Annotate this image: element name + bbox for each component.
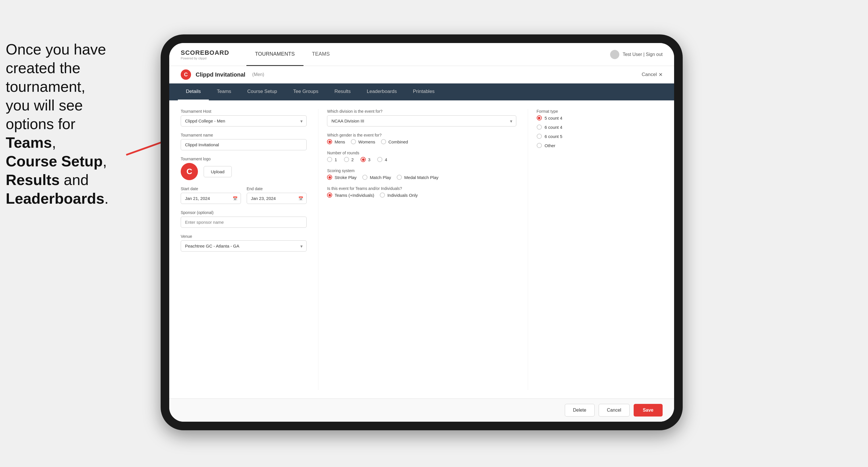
gender-mens-label: Mens — [335, 139, 345, 144]
end-date-wrapper — [247, 193, 307, 204]
gender-combined-label: Combined — [389, 139, 408, 144]
scoring-group: Scoring system Stroke Play Match Play — [327, 168, 516, 180]
gender-womens[interactable]: Womens — [351, 139, 375, 144]
rounds-radio-group: 1 2 3 4 — [327, 157, 516, 162]
gender-label: Which gender is the event for? — [327, 133, 516, 137]
delete-button[interactable]: Delete — [565, 404, 595, 416]
tournament-logo-label: Tournament logo — [181, 157, 307, 161]
division-group: Which division is the event for? NCAA Di… — [327, 109, 516, 126]
rounds-1[interactable]: 1 — [327, 157, 337, 162]
nav-tabs-top: TOURNAMENTS TEAMS — [246, 43, 610, 66]
team-individual-label: Is this event for Teams and/or Individua… — [327, 186, 516, 191]
scoring-radio-group: Stroke Play Match Play Medal Match Play — [327, 175, 516, 180]
tab-details[interactable]: Details — [178, 84, 209, 100]
division-label: Which division is the event for? — [327, 109, 516, 114]
tournament-host-select[interactable]: Clippd College - Men — [181, 115, 307, 126]
tournament-name-input[interactable] — [181, 139, 307, 150]
user-area: Test User | Sign out — [610, 50, 662, 59]
start-date-group: Start date — [181, 186, 241, 204]
tab-results[interactable]: Results — [327, 84, 359, 100]
tournament-host-group: Tournament Host Clippd College - Men — [181, 109, 307, 126]
rounds-2-dot — [344, 157, 349, 162]
venue-group: Venue Peachtree GC - Atlanta - GA — [181, 234, 307, 252]
tab-course-setup[interactable]: Course Setup — [239, 84, 285, 100]
start-date-input[interactable] — [181, 193, 241, 204]
instruction-comma1: , — [52, 134, 56, 151]
tablet-screen: SCOREBOARD Powered by clippd TOURNAMENTS… — [169, 43, 674, 422]
scoring-stroke[interactable]: Stroke Play — [327, 175, 356, 180]
team-individual-teams[interactable]: Teams (+Individuals) — [327, 192, 374, 198]
venue-select[interactable]: Peachtree GC - Atlanta - GA — [181, 240, 307, 252]
format-6count5[interactable]: 6 count 5 — [537, 134, 662, 139]
format-other-dot — [537, 143, 542, 148]
format-5count4-dot — [537, 115, 542, 121]
tab-tee-groups[interactable]: Tee Groups — [285, 84, 327, 100]
section-tabs: Details Teams Course Setup Tee Groups Re… — [169, 84, 674, 100]
nav-tab-tournaments[interactable]: TOURNAMENTS — [246, 43, 304, 66]
upload-button[interactable]: Upload — [204, 166, 232, 177]
end-date-group: End date — [247, 186, 307, 204]
gender-radio-group: Mens Womens Combined — [327, 139, 516, 144]
cancel-button[interactable]: Cancel — [599, 404, 630, 416]
sponsor-label: Sponsor (optional) — [181, 210, 307, 215]
start-date-label: Start date — [181, 186, 241, 191]
nav-tab-teams[interactable]: TEAMS — [304, 43, 339, 66]
left-column: Tournament Host Clippd College - Men Tou… — [181, 109, 307, 390]
gender-mens-dot — [327, 139, 332, 144]
format-type-column: Format type 5 count 4 6 count 4 6 count … — [528, 109, 662, 390]
end-date-label: End date — [247, 186, 307, 191]
tournament-name-group: Tournament name — [181, 133, 307, 150]
start-date-wrapper — [181, 193, 241, 204]
user-text[interactable]: Test User | Sign out — [623, 52, 662, 57]
end-date-input[interactable] — [247, 193, 307, 204]
scoring-label: Scoring system — [327, 168, 516, 173]
rounds-group: Number of rounds 1 2 3 — [327, 151, 516, 162]
date-row: Start date End date — [181, 186, 307, 210]
tab-leaderboards[interactable]: Leaderboards — [359, 84, 405, 100]
sponsor-input[interactable] — [181, 217, 307, 228]
sponsor-group: Sponsor (optional) — [181, 210, 307, 228]
user-avatar — [610, 50, 619, 59]
format-type-label: Format type — [537, 109, 662, 114]
logo-preview: C — [181, 163, 198, 180]
rounds-4[interactable]: 4 — [377, 157, 387, 162]
cancel-top-button[interactable]: Cancel ✕ — [642, 72, 662, 78]
format-other[interactable]: Other — [537, 143, 662, 148]
rounds-3[interactable]: 3 — [361, 157, 370, 162]
division-select[interactable]: NCAA Division III — [327, 115, 516, 126]
tab-printables[interactable]: Printables — [405, 84, 443, 100]
gender-group: Which gender is the event for? Mens Wome… — [327, 133, 516, 144]
save-button[interactable]: Save — [633, 404, 662, 416]
format-5count4[interactable]: 5 count 4 — [537, 115, 662, 121]
top-nav: SCOREBOARD Powered by clippd TOURNAMENTS… — [169, 43, 674, 66]
team-individual-individuals[interactable]: Individuals Only — [380, 192, 417, 198]
division-select-wrapper: NCAA Division III — [327, 115, 516, 126]
instruction-bold1: Teams — [6, 134, 52, 151]
breadcrumb-bar: C Clippd Invitational (Men) Cancel ✕ — [169, 66, 674, 84]
scoring-medal-match[interactable]: Medal Match Play — [397, 175, 438, 180]
tournament-title: Clippd Invitational — [196, 71, 245, 78]
right-column: Which division is the event for? NCAA Di… — [318, 109, 516, 390]
instruction-bold2: Course Setup — [6, 153, 103, 169]
gender-mens[interactable]: Mens — [327, 139, 345, 144]
venue-label: Venue — [181, 234, 307, 239]
tablet-frame: SCOREBOARD Powered by clippd TOURNAMENTS… — [161, 34, 683, 430]
gender-womens-dot — [351, 139, 356, 144]
gender-combined[interactable]: Combined — [381, 139, 408, 144]
rounds-2[interactable]: 2 — [344, 157, 354, 162]
tournament-icon: C — [181, 69, 191, 80]
scoring-stroke-dot — [327, 175, 332, 180]
individuals-dot — [380, 192, 385, 198]
scoring-match[interactable]: Match Play — [362, 175, 391, 180]
rounds-3-dot — [361, 157, 366, 162]
instruction-comma2: , — [103, 153, 107, 169]
instruction-and: and — [60, 172, 89, 188]
tournament-name-label: Tournament name — [181, 133, 307, 137]
scoring-medal-dot — [397, 175, 402, 180]
logo-scoreboard: SCOREBOARD — [181, 49, 229, 57]
team-individual-group: Is this event for Teams and/or Individua… — [327, 186, 516, 198]
tab-teams[interactable]: Teams — [209, 84, 239, 100]
gender-combined-dot — [381, 139, 386, 144]
logo-sub: Powered by clippd — [181, 57, 229, 60]
format-6count4[interactable]: 6 count 4 — [537, 124, 662, 130]
